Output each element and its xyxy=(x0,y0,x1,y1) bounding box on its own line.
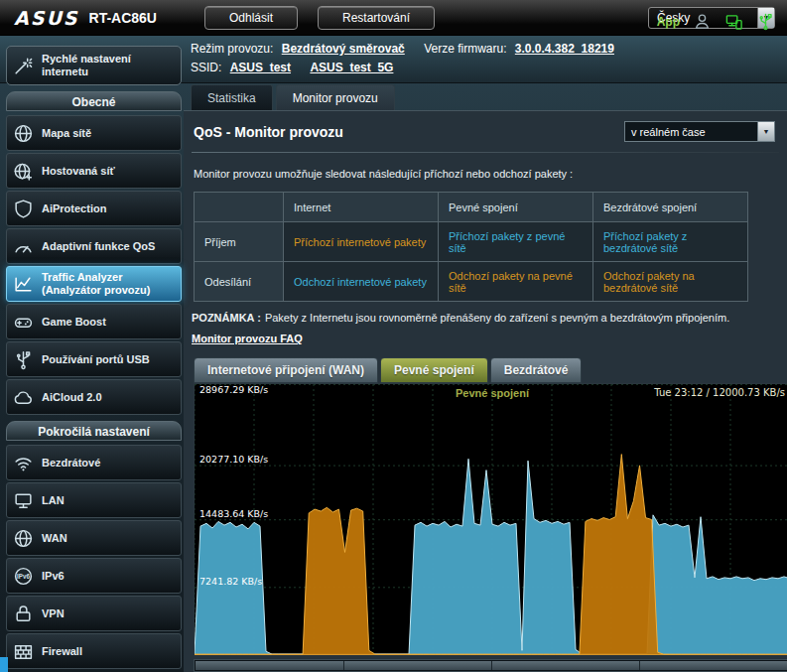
table-header: Internet xyxy=(284,193,439,222)
faq-link[interactable]: Monitor provozu FAQ xyxy=(192,333,303,344)
tab-statistika[interactable]: Statistika xyxy=(191,84,273,110)
clients-icon[interactable] xyxy=(693,12,712,31)
game-boost-icon xyxy=(13,312,35,333)
sidebar-item-label: Game Boost xyxy=(42,316,106,329)
sidebar-item-label: Traffic Analyzer (Analyzátor provozu) xyxy=(42,271,175,296)
usb-status-icon[interactable] xyxy=(756,12,775,31)
network-status-icon[interactable] xyxy=(724,12,743,31)
sidebar-item-game-boost[interactable]: Game Boost xyxy=(6,304,182,339)
packet-type-link[interactable]: Příchozí pakety z pevné sítě xyxy=(439,222,593,262)
table-header: Bezdrátové spojení xyxy=(593,193,748,222)
tab-monitor-provozu[interactable]: Monitor provozu xyxy=(276,84,395,110)
sidebar-item-label: AiCloud 2.0 xyxy=(42,391,102,404)
sidebar-item-label: WAN xyxy=(42,532,67,545)
sidebar-item-ipv6[interactable]: IPv6IPv6 xyxy=(6,558,182,594)
svg-text:14483.64 KB/s: 14483.64 KB/s xyxy=(199,508,268,519)
packet-type-link[interactable]: Příchozí internetové pakety xyxy=(284,222,439,262)
sidebar-item-label: IPv6 xyxy=(42,570,65,583)
svg-text:7241.82 KB/s: 7241.82 KB/s xyxy=(199,576,262,587)
table-header: Pevné spojení xyxy=(439,193,593,222)
sidebar-item-label: Adaptivní funkce QoS xyxy=(42,240,155,253)
packet-type-link[interactable]: Odchozí pakety na bezdrátové sítě xyxy=(593,262,748,302)
op-mode-link[interactable]: Bezdrátový směrovač xyxy=(282,42,405,56)
table-row-label: Příjem xyxy=(195,222,284,262)
network-map-icon xyxy=(13,123,35,144)
note-label: POZNÁMKA : xyxy=(192,312,261,324)
chart-tab-wan[interactable]: Internetové připojení (WAN) xyxy=(194,357,378,383)
svg-text:IPv6: IPv6 xyxy=(17,572,30,579)
sidebar-section-title: Pokročilá nastavení xyxy=(6,421,182,441)
chart-scrollbar[interactable] xyxy=(194,659,787,672)
ssid-label: SSID: xyxy=(191,61,221,74)
app-link[interactable]: App xyxy=(657,15,680,29)
status-line-1: Režim provozu: Bezdrátový směrovač Verze… xyxy=(191,42,630,56)
sidebar-item-wireless[interactable]: Bezdrátové xyxy=(6,445,182,480)
note-text: POZNÁMKA :Pakety z Internetu jsou rovnom… xyxy=(192,312,779,324)
sidebar-item-label: LAN xyxy=(42,494,65,507)
quick-setup-wand-icon xyxy=(13,56,35,76)
sidebar-item-firewall[interactable]: Firewall xyxy=(6,633,182,669)
chart-tab-wireless[interactable]: Bezdrátové xyxy=(490,357,583,383)
packet-type-link[interactable]: Odchozí internetové pakety xyxy=(284,262,439,302)
sidebar-item-usb-application[interactable]: Používání portů USB xyxy=(6,341,182,377)
sidebar-section-title: Obecné xyxy=(6,91,182,111)
table-header xyxy=(195,193,284,222)
wireless-icon xyxy=(13,453,35,473)
svg-text:Pevné spojení: Pevné spojení xyxy=(456,387,530,399)
sidebar-item-label: Mapa sítě xyxy=(42,127,91,140)
sidebar: Rychlé nastavení internetu ObecnéMapa sí… xyxy=(6,46,182,671)
svg-text:28967.29 KB/s: 28967.29 KB/s xyxy=(199,384,268,395)
sidebar-sections: ObecnéMapa sítěHostovaná síťAiProtection… xyxy=(6,91,182,669)
svg-text:20277.10 KB/s: 20277.10 KB/s xyxy=(199,454,268,465)
sidebar-item-label: AiProtection xyxy=(42,202,106,215)
traffic-chart-svg: 28967.29 KB/s20277.10 KB/s14483.64 KB/s7… xyxy=(195,384,787,655)
traffic-analyzer-icon xyxy=(13,274,35,295)
sidebar-item-label: Firewall xyxy=(42,645,82,658)
aicloud-icon xyxy=(13,387,35,408)
ssid-24g-link[interactable]: ASUS_test xyxy=(230,61,291,74)
main-tabs: Statistika Monitor provozu xyxy=(191,84,395,110)
ipv6-icon: IPv6 xyxy=(13,566,35,587)
interval-select[interactable]: v reálném čase ▼ xyxy=(624,121,775,142)
sidebar-item-network-map[interactable]: Mapa sítě xyxy=(6,115,182,151)
aiprotection-icon xyxy=(13,199,35,219)
ssid-5g-link[interactable]: ASUS_test_5G xyxy=(310,61,393,74)
lan-icon xyxy=(13,490,35,511)
firewall-icon xyxy=(13,641,35,662)
chart-scrollbar-thumb[interactable] xyxy=(196,661,787,670)
logout-button[interactable]: Odhlásit xyxy=(204,6,298,30)
sidebar-item-quick-internet-setup[interactable]: Rychlé nastavení internetu xyxy=(6,46,182,85)
sidebar-item-guest-network[interactable]: Hostovaná síť xyxy=(6,153,182,189)
sidebar-item-label: Bezdrátové xyxy=(42,457,100,470)
vpn-icon xyxy=(13,604,35,624)
packet-type-link[interactable]: Příchozí pakety z bezdrátové sítě xyxy=(593,222,748,262)
chevron-down-icon: ▼ xyxy=(757,122,774,141)
content-panel: QoS - Monitor provozu v reálném čase ▼ M… xyxy=(184,110,787,672)
reboot-button[interactable]: Restartování xyxy=(318,6,435,30)
divider xyxy=(192,152,779,153)
sidebar-item-adaptive-qos[interactable]: Adaptivní funkce QoS xyxy=(6,228,182,264)
asus-logo: ASUS xyxy=(14,7,79,29)
page-title: QoS - Monitor provozu xyxy=(194,124,343,140)
sidebar-item-aiprotection[interactable]: AiProtection xyxy=(6,191,182,226)
wan-icon xyxy=(13,528,35,549)
firmware-version-link[interactable]: 3.0.0.4.382_18219 xyxy=(515,42,614,56)
sidebar-item-vpn[interactable]: VPN xyxy=(6,596,182,631)
scroll-indicator xyxy=(0,657,8,672)
adaptive-qos-icon xyxy=(13,236,35,257)
sidebar-item-label: Rychlé nastavení internetu xyxy=(42,53,175,77)
chart-tab-wired[interactable]: Pevné spojení xyxy=(380,357,488,383)
packet-type-link[interactable]: Odchozí pakety na pevné sítě xyxy=(439,262,593,302)
guest-network-icon xyxy=(13,161,35,182)
sidebar-item-traffic-analyzer[interactable]: Traffic Analyzer (Analyzátor provozu) xyxy=(6,266,182,302)
svg-text:Tue 23:12 / 12000.73 KB/s: Tue 23:12 / 12000.73 KB/s xyxy=(653,387,785,398)
sidebar-item-lan[interactable]: LAN xyxy=(6,482,182,518)
interval-select-value: v reálném čase xyxy=(625,126,757,138)
op-mode-label: Režim provozu: xyxy=(191,42,273,56)
packet-type-table: InternetPevné spojeníBezdrátové spojeníP… xyxy=(194,192,748,302)
page-description: Monitor provozu umožňuje sledovat násled… xyxy=(194,168,777,180)
header-icons: App xyxy=(657,12,775,31)
sidebar-item-aicloud[interactable]: AiCloud 2.0 xyxy=(6,379,182,415)
traffic-chart: 28967.29 KB/s20277.10 KB/s14483.64 KB/s7… xyxy=(194,383,787,654)
sidebar-item-wan[interactable]: WAN xyxy=(6,520,182,556)
